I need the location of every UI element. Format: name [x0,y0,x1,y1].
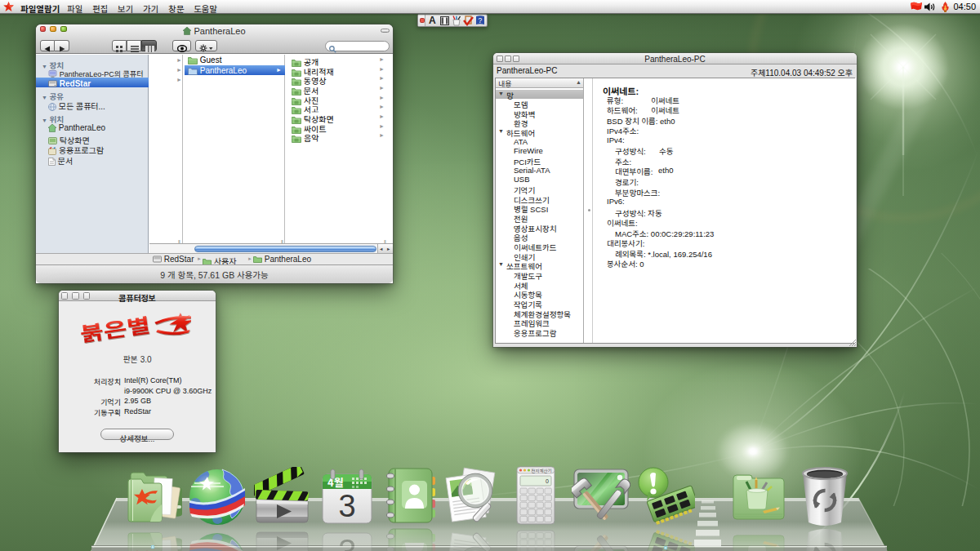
svg-text:4월: 4월 [327,474,344,490]
svg-text:전자계산기: 전자계산기 [531,468,551,474]
svg-text:3: 3 [338,533,355,551]
svg-text:3: 3 [338,489,355,523]
svg-text:0: 0 [546,478,549,484]
